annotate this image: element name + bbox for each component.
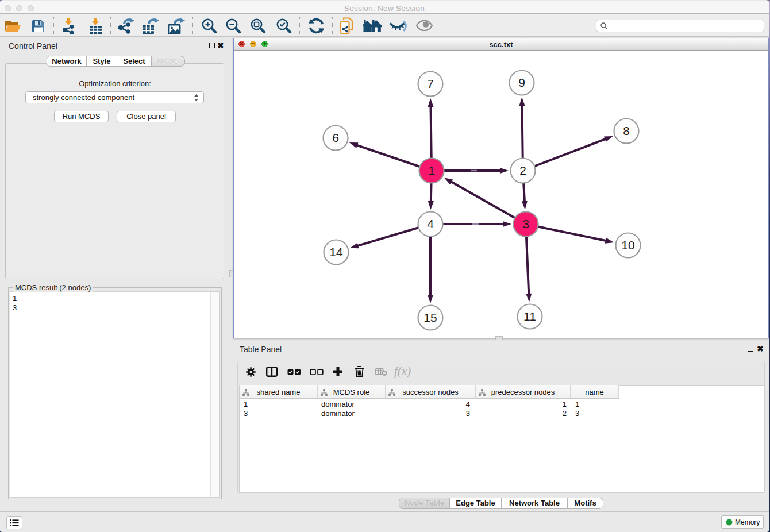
- svg-text:3: 3: [522, 217, 529, 230]
- svg-text:6: 6: [332, 131, 339, 144]
- svg-text:7: 7: [427, 77, 434, 90]
- svg-text:11: 11: [523, 310, 536, 323]
- svg-text:1: 1: [428, 164, 435, 177]
- svg-text:8: 8: [623, 124, 630, 137]
- svg-text:14: 14: [329, 245, 343, 259]
- svg-text:15: 15: [424, 311, 437, 324]
- svg-text:9: 9: [518, 76, 525, 89]
- svg-text:2: 2: [519, 164, 526, 177]
- svg-text:10: 10: [621, 238, 634, 252]
- svg-text:4: 4: [427, 217, 434, 230]
